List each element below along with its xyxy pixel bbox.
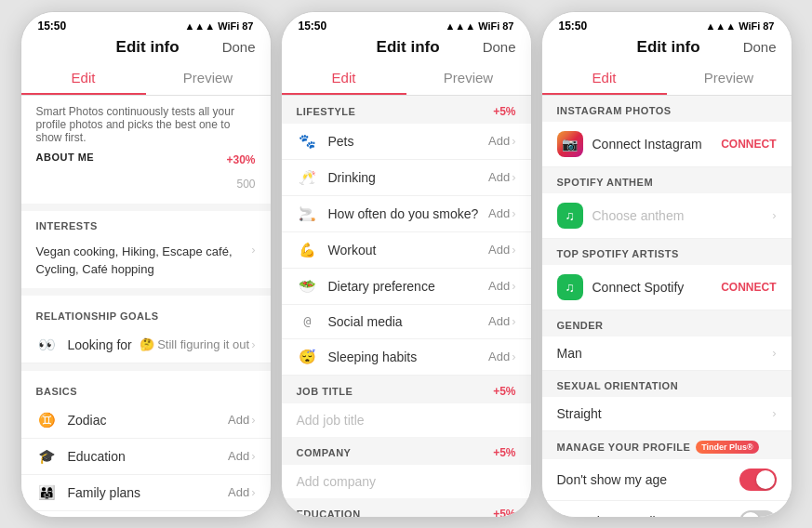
gender-label: GENDER — [557, 320, 604, 331]
interests-value: Vegan cooking, Hiking, Escape café, Cycl… — [36, 243, 241, 279]
interests-section: INTERESTS Vegan cooking, Hiking, Escape … — [21, 211, 271, 288]
toggle-distance-switch[interactable] — [739, 510, 777, 517]
tab-bar-1: Edit Preview — [21, 62, 271, 96]
tab-preview-3[interactable]: Preview — [667, 62, 792, 95]
smoke-label: How often do you smoke? — [328, 206, 489, 221]
smoke-add: Add — [488, 206, 510, 220]
gender-row[interactable]: Man › — [542, 337, 792, 371]
gender-header: GENDER — [542, 310, 792, 337]
looking-for-icon: 👀 — [36, 337, 59, 353]
interests-header: INTERESTS — [36, 220, 256, 237]
workout-add: Add — [488, 243, 510, 257]
instagram-connect-row[interactable]: 📷 Connect Instagram CONNECT — [542, 122, 792, 167]
zodiac-icon: ♊ — [36, 412, 59, 429]
status-bar-1: 15:50 ▲▲▲ WiFi 87 — [21, 12, 271, 36]
relationship-goals-section: RELATIONSHIP GOALS 👀 Looking for 🤔 Still… — [21, 296, 271, 363]
company-field[interactable]: Add company — [282, 465, 531, 498]
spotify-artists-label: TOP SPOTIFY ARTISTS — [557, 248, 679, 259]
list-item-smoke[interactable]: 🚬 How often do you smoke? Add › — [282, 196, 531, 232]
zodiac-chevron: › — [251, 413, 255, 427]
list-item-drinking[interactable]: 🥂 Drinking Add › — [282, 160, 531, 196]
social-icon: @ — [297, 314, 319, 328]
about-me-plus: +30% — [226, 153, 255, 166]
status-icons-3: ▲▲▲ WiFi 87 — [705, 20, 774, 32]
looking-for-row[interactable]: 👀 Looking for 🤔 Still figuring it out › — [21, 327, 271, 363]
list-item-family[interactable]: 👨‍👩‍👧 Family plans Add › — [21, 475, 271, 511]
lifestyle-plus: +5% — [493, 105, 515, 118]
toggle-age-switch[interactable] — [739, 469, 777, 491]
phone-1: 15:50 ▲▲▲ WiFi 87 Edit info Done Edit Pr… — [20, 11, 272, 518]
list-item-social[interactable]: @ Social media Add › — [282, 305, 531, 339]
phones-container: 15:50 ▲▲▲ WiFi 87 Edit info Done Edit Pr… — [11, 2, 802, 527]
sleeping-add: Add — [488, 350, 510, 363]
list-item-pets[interactable]: 🐾 Pets Add › — [282, 124, 531, 160]
toggle-show-distance: Don't show my distance — [542, 501, 792, 517]
workout-icon: 💪 — [297, 242, 319, 258]
pets-label: Pets — [328, 134, 489, 149]
spotify-anthem-chevron: › — [772, 208, 776, 222]
sexual-orientation-value: Straight — [557, 406, 602, 421]
list-item-sleeping[interactable]: 😴 Sleeping habits Add › — [282, 339, 531, 376]
pets-icon: 🐾 — [297, 133, 319, 150]
phone-3: 15:50 ▲▲▲ WiFi 87 Edit info Done Edit Pr… — [541, 11, 792, 518]
tab-edit-2[interactable]: Edit — [282, 62, 406, 95]
manage-profile-header: MANAGE YOUR PROFILE Tinder Plus® — [542, 431, 792, 459]
header-1: Edit info Done — [21, 36, 271, 62]
tab-bar-2: Edit Preview — [282, 62, 531, 96]
family-add: Add — [228, 485, 249, 499]
drinking-add: Add — [488, 170, 510, 184]
phone-content-1: Smart Photos continuously tests all your… — [21, 96, 271, 517]
spotify-anthem-row[interactable]: ♫ Choose anthem › — [542, 193, 792, 239]
basics-label: BASICS — [36, 386, 78, 397]
wifi-icon-2: WiFi — [478, 20, 499, 32]
lifestyle-label: LIFESTYLE — [297, 106, 356, 117]
company-header: COMPANY +5% — [282, 437, 531, 465]
sexual-orientation-label: SEXUAL ORIENTATION — [557, 380, 679, 391]
list-item-education[interactable]: 🎓 Education Add › — [21, 439, 271, 475]
instagram-icon: 📷 — [557, 131, 583, 157]
toggle-age-label: Don't show my age — [557, 472, 668, 487]
spotify-artists-connect-btn[interactable]: CONNECT — [721, 281, 776, 294]
list-item-workout[interactable]: 💪 Workout Add › — [282, 232, 531, 269]
jobtitle-field[interactable]: Add job title — [282, 403, 531, 437]
dietary-add: Add — [488, 279, 510, 293]
basics-section: BASICS ♊ Zodiac Add › 🎓 Education Add › … — [21, 371, 271, 517]
zodiac-add: Add — [228, 413, 249, 427]
about-me-label: ABOUT ME — [36, 152, 95, 163]
education-plus: +5% — [493, 508, 515, 517]
social-label: Social media — [328, 314, 489, 329]
done-btn-3[interactable]: Done — [743, 39, 777, 55]
family-chevron: › — [251, 485, 255, 499]
instagram-connect-btn[interactable]: CONNECT — [721, 138, 776, 151]
done-btn-2[interactable]: Done — [483, 39, 516, 55]
tab-preview-2[interactable]: Preview — [406, 62, 531, 95]
tab-edit-1[interactable]: Edit — [21, 62, 146, 95]
battery-icon-3: 87 — [763, 20, 774, 32]
smart-photos-section: Smart Photos continuously tests all your… — [21, 96, 271, 204]
header-title-2: Edit info — [377, 38, 440, 57]
education-label: Education — [68, 449, 229, 464]
jobtitle-label: JOB TITLE — [297, 386, 353, 397]
done-btn-1[interactable]: Done — [222, 39, 256, 55]
sexual-orientation-row[interactable]: Straight › — [542, 397, 792, 431]
list-item-zodiac[interactable]: ♊ Zodiac Add › — [21, 403, 271, 439]
spotify-anthem-label: SPOTIFY ANTHEM — [557, 177, 654, 188]
gender-chevron: › — [772, 346, 776, 360]
spotify-anthem-icon: ♫ — [557, 203, 583, 229]
interests-chevron[interactable]: › — [251, 243, 255, 257]
workout-label: Workout — [328, 243, 489, 257]
spotify-anthem-header: SPOTIFY ANTHEM — [542, 167, 792, 193]
interests-row: Vegan cooking, Hiking, Escape café, Cycl… — [36, 243, 256, 279]
header-title-3: Edit info — [637, 38, 700, 57]
manage-profile-label: MANAGE YOUR PROFILE — [557, 442, 691, 453]
list-item-dietary[interactable]: 🥗 Dietary preference Add › — [282, 269, 531, 305]
list-item-covid[interactable]: 💉 COVID vaccine Add › — [21, 511, 271, 517]
signal-icon-3: ▲▲▲ — [705, 20, 736, 32]
tab-preview-1[interactable]: Preview — [146, 62, 271, 95]
spotify-artists-row[interactable]: ♫ Connect Spotify CONNECT — [542, 265, 792, 310]
looking-for-label: Looking for — [68, 337, 140, 352]
dietary-icon: 🥗 — [297, 278, 319, 295]
tab-edit-3[interactable]: Edit — [542, 62, 667, 95]
sexual-orientation-header: SEXUAL ORIENTATION — [542, 371, 792, 397]
phone-content-2: LIFESTYLE +5% 🐾 Pets Add › 🥂 Drinking Ad… — [282, 96, 531, 517]
